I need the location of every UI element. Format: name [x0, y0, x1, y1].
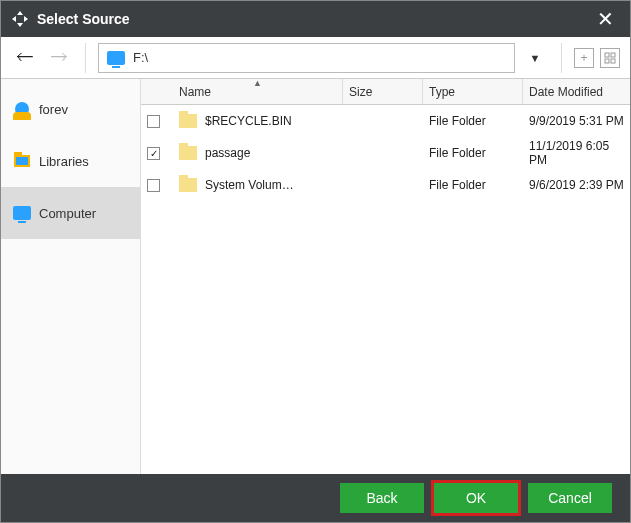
- file-name: System Volum…: [205, 178, 294, 192]
- svg-rect-2: [605, 59, 609, 63]
- view-grid-button[interactable]: [600, 48, 620, 68]
- row-checkbox: [147, 179, 160, 192]
- body: forev Libraries Computer ▲ Name Size Typ…: [1, 79, 630, 474]
- col-check: [141, 79, 173, 104]
- row-checkbox[interactable]: [147, 115, 160, 128]
- sort-ascending-icon: ▲: [253, 79, 262, 88]
- toolbar: 🡐 🡒 F:\ ▼ +: [1, 37, 630, 79]
- col-name-header[interactable]: ▲ Name: [173, 79, 343, 104]
- sidebar: forev Libraries Computer: [1, 79, 141, 474]
- libraries-icon: [13, 152, 31, 170]
- table-row[interactable]: System Volum… File Folder 9/6/2019 2:39 …: [141, 169, 630, 201]
- file-name: passage: [205, 146, 250, 160]
- cancel-button[interactable]: Cancel: [528, 483, 612, 513]
- dialog-title: Select Source: [37, 11, 591, 27]
- col-name-label: Name: [179, 85, 211, 99]
- file-type: File Folder: [429, 146, 486, 160]
- svg-rect-1: [611, 53, 615, 57]
- row-checkbox[interactable]: ✓: [147, 147, 160, 160]
- path-text: F:\: [133, 50, 148, 65]
- select-source-dialog: Select Source ✕ 🡐 🡒 F:\ ▼ + forev Librar…: [0, 0, 631, 523]
- forward-nav-button: 🡒: [45, 44, 73, 72]
- col-date-header[interactable]: Date Modified: [523, 79, 630, 104]
- file-date: 11/1/2019 6:05 PM: [529, 139, 624, 167]
- file-grid: ▲ Name Size Type Date Modified $RECYCLE.…: [141, 79, 630, 474]
- file-type: File Folder: [429, 178, 486, 192]
- divider: [85, 43, 86, 73]
- sidebar-item-computer[interactable]: Computer: [1, 187, 140, 239]
- grid-rows: $RECYCLE.BIN File Folder 9/9/2019 5:31 P…: [141, 105, 630, 474]
- svg-rect-0: [605, 53, 609, 57]
- app-icon: [11, 10, 29, 28]
- path-dropdown[interactable]: ▼: [521, 44, 549, 72]
- footer: Back OK Cancel: [1, 474, 630, 522]
- new-folder-button[interactable]: +: [574, 48, 594, 68]
- back-button[interactable]: Back: [340, 483, 424, 513]
- titlebar: Select Source ✕: [1, 1, 630, 37]
- sidebar-item-forev[interactable]: forev: [1, 83, 140, 135]
- col-type-header[interactable]: Type: [423, 79, 523, 104]
- folder-icon: [179, 178, 197, 192]
- folder-icon: [179, 114, 197, 128]
- table-row[interactable]: $RECYCLE.BIN File Folder 9/9/2019 5:31 P…: [141, 105, 630, 137]
- col-size-header[interactable]: Size: [343, 79, 423, 104]
- file-name: $RECYCLE.BIN: [205, 114, 292, 128]
- sidebar-item-label: Libraries: [39, 154, 89, 169]
- sidebar-item-libraries[interactable]: Libraries: [1, 135, 140, 187]
- drive-icon: [107, 51, 125, 65]
- computer-icon: [13, 204, 31, 222]
- folder-icon: [179, 146, 197, 160]
- sidebar-item-label: Computer: [39, 206, 96, 221]
- ok-button[interactable]: OK: [434, 483, 518, 513]
- sidebar-item-label: forev: [39, 102, 68, 117]
- grid-header: ▲ Name Size Type Date Modified: [141, 79, 630, 105]
- divider: [561, 43, 562, 73]
- file-type: File Folder: [429, 114, 486, 128]
- file-date: 9/9/2019 5:31 PM: [529, 114, 624, 128]
- file-date: 9/6/2019 2:39 PM: [529, 178, 624, 192]
- svg-rect-3: [611, 59, 615, 63]
- path-box[interactable]: F:\: [98, 43, 515, 73]
- close-button[interactable]: ✕: [591, 7, 620, 31]
- table-row[interactable]: ✓ passage File Folder 11/1/2019 6:05 PM: [141, 137, 630, 169]
- back-nav-button[interactable]: 🡐: [11, 44, 39, 72]
- user-icon: [13, 100, 31, 118]
